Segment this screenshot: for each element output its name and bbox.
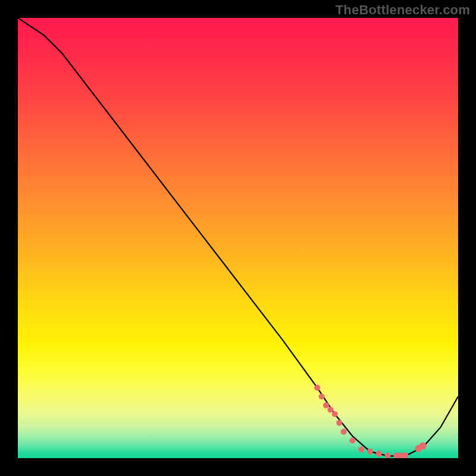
watermark-text: TheBottlenecker.com	[336, 2, 470, 18]
marker-point	[323, 402, 329, 408]
marker-point	[319, 393, 325, 399]
marker-point	[349, 437, 355, 443]
marker-point	[419, 442, 427, 449]
marker-group	[314, 385, 427, 458]
marker-point	[332, 411, 338, 417]
plot-area	[18, 18, 458, 458]
marker-point	[327, 407, 333, 413]
marker-point	[341, 429, 347, 435]
chart-svg	[18, 18, 458, 458]
marker-point	[376, 451, 382, 457]
marker-point	[385, 453, 391, 458]
marker-point	[367, 449, 373, 455]
marker-point	[336, 420, 342, 426]
marker-point	[314, 385, 320, 391]
bottleneck-curve	[18, 18, 458, 456]
chart-frame: TheBottlenecker.com	[0, 0, 476, 476]
marker-point	[358, 446, 364, 452]
marker-point	[402, 453, 408, 458]
